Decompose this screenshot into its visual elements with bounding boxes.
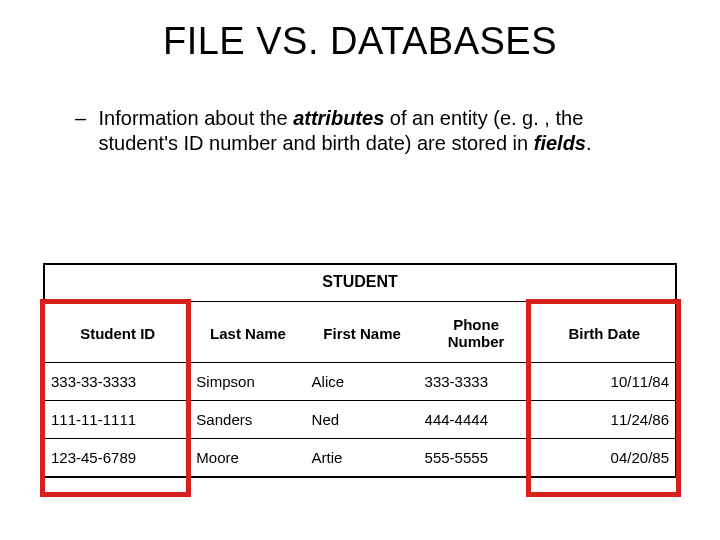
cell-phone: 555-5555 (419, 439, 534, 477)
cell-birth-date: 11/24/86 (534, 401, 675, 439)
cell-first-name: Artie (306, 439, 419, 477)
table-row: 333-33-3333 Simpson Alice 333-3333 10/11… (45, 363, 675, 401)
cell-first-name: Ned (306, 401, 419, 439)
data-table: Student ID Last Name First Name Phone Nu… (45, 302, 675, 476)
header-row: Student ID Last Name First Name Phone Nu… (45, 302, 675, 363)
student-table: STUDENT Student ID Last Name First Name … (43, 263, 677, 478)
col-header-phone: Phone Number (419, 302, 534, 363)
col-header-first-name: First Name (306, 302, 419, 363)
cell-student-id: 123-45-6789 (45, 439, 190, 477)
cell-last-name: Moore (190, 439, 305, 477)
cell-student-id: 111-11-1111 (45, 401, 190, 439)
col-header-last-name: Last Name (190, 302, 305, 363)
table-row: 111-11-1111 Sanders Ned 444-4444 11/24/8… (45, 401, 675, 439)
bullet-post: . (586, 132, 592, 154)
cell-phone: 444-4444 (419, 401, 534, 439)
cell-birth-date: 04/20/85 (534, 439, 675, 477)
bullet-line: – Information about the attributes of an… (75, 106, 665, 156)
slide: FILE VS. DATABASES – Information about t… (0, 0, 720, 540)
slide-title: FILE VS. DATABASES (0, 20, 720, 63)
table-row: 123-45-6789 Moore Artie 555-5555 04/20/8… (45, 439, 675, 477)
cell-birth-date: 10/11/84 (534, 363, 675, 401)
bullet-pre: Information about the (99, 107, 294, 129)
cell-phone: 333-3333 (419, 363, 534, 401)
col-header-birth-date: Birth Date (534, 302, 675, 363)
cell-last-name: Sanders (190, 401, 305, 439)
col-header-student-id: Student ID (45, 302, 190, 363)
cell-last-name: Simpson (190, 363, 305, 401)
cell-first-name: Alice (306, 363, 419, 401)
table-caption: STUDENT (45, 265, 675, 302)
bullet-fields: fields (534, 132, 586, 154)
bullet-text: Information about the attributes of an e… (99, 106, 659, 156)
cell-student-id: 333-33-3333 (45, 363, 190, 401)
bullet-attributes: attributes (293, 107, 384, 129)
bullet-dash: – (75, 106, 93, 131)
